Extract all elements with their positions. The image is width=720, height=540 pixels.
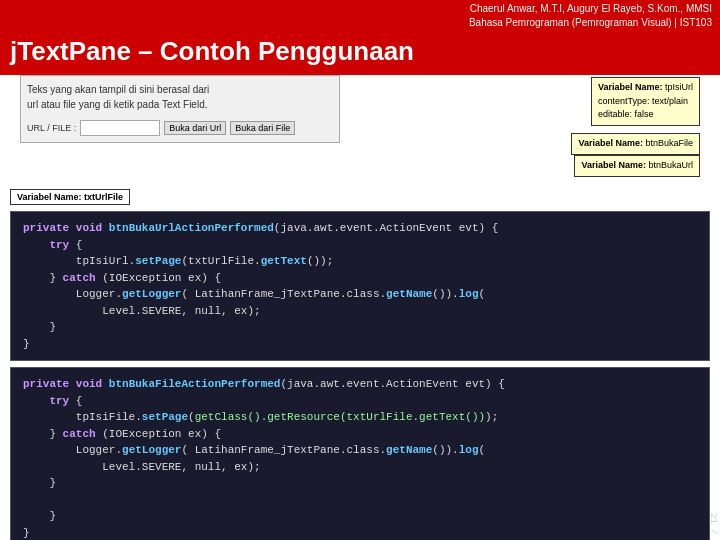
tooltip-btnbukaurl-label: Variabel Name: (581, 160, 648, 170)
tooltip-btnbukaurl-name: btnBukaUrl (648, 160, 693, 170)
tooltip-tpisiurl-contenttype: contentType: text/plain (598, 96, 688, 106)
tooltip-btnbukafile-name: btnBukaFile (645, 138, 693, 148)
tooltip-tpisiurl: Variabel Name: tpIsiUrl contentType: tex… (591, 77, 700, 126)
btn-buka-url[interactable]: Buka dari Url (164, 121, 226, 135)
code-block-1: private void btnBukaUrlActionPerformed(j… (10, 211, 710, 361)
url-input-field[interactable] (80, 120, 160, 136)
url-label: URL / FILE : (27, 123, 76, 133)
page-number: 21 / 5 (705, 513, 719, 540)
tooltip-btnbukafile: Variabel Name: btnBukaFile (571, 133, 700, 155)
page-title: jTextPane – Contoh Penggunaan (0, 32, 720, 75)
btn-buka-file[interactable]: Buka dari File (230, 121, 295, 135)
tooltip-btnbukafile-label: Variabel Name: (578, 138, 645, 148)
preview-line2: url atau file yang di ketik pada Text Fi… (27, 97, 333, 112)
tooltip-tpisiurl-name: tpIsiUrl (665, 82, 693, 92)
tooltip-tpisiurl-editable: editable: false (598, 109, 654, 119)
var-label-txturlfile: Variabel Name: txtUrlFile (10, 189, 130, 205)
preview-box: Teks yang akan tampil di sini berasal da… (20, 75, 370, 143)
preview-line1: Teks yang akan tampil di sini berasal da… (27, 82, 333, 97)
preview-area: Teks yang akan tampil di sini berasal da… (10, 75, 710, 205)
course-text: Bahasa Pemrograman (Pemrograman Visual) … (469, 17, 712, 28)
tooltip-tpisiurl-label: Variabel Name: (598, 82, 665, 92)
code-block-2: private void btnBukaFileActionPerformed(… (10, 367, 710, 540)
tooltip-btnbukaurl: Variabel Name: btnBukaUrl (574, 155, 700, 177)
main-content: Teks yang akan tampil di sini berasal da… (0, 75, 720, 540)
author-text: Chaerul Anwar, M.T.I, Augury El Rayeb, S… (470, 3, 712, 14)
header-author-course: Chaerul Anwar, M.T.I, Augury El Rayeb, S… (0, 0, 720, 32)
